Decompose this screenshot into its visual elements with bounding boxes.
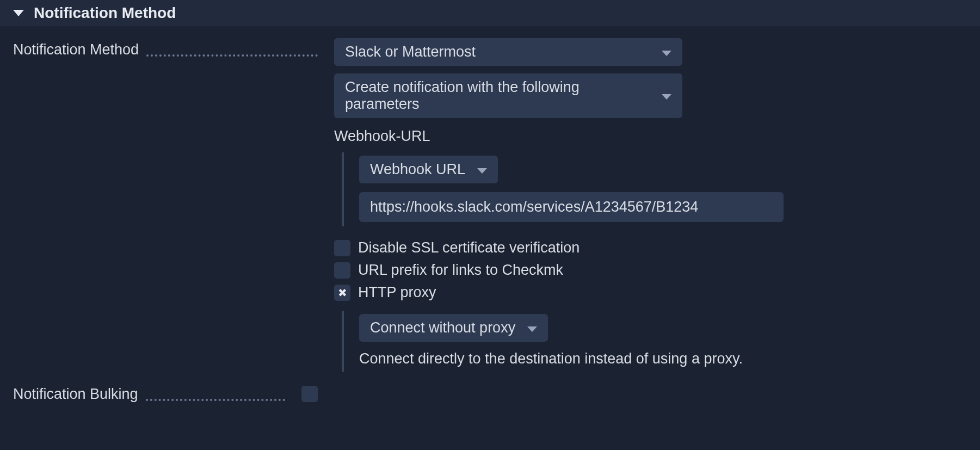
option-http-proxy-label: HTTP proxy xyxy=(358,284,436,301)
proxy-select[interactable]: Connect without proxy xyxy=(359,314,548,342)
bulking-checkbox[interactable] xyxy=(301,386,318,402)
notification-method-label: Notification Method xyxy=(13,41,139,58)
dots-filler xyxy=(146,399,285,401)
notification-mode-select[interactable]: Create notification with the following p… xyxy=(334,73,682,118)
section-title: Notification Method xyxy=(34,4,176,22)
notification-bulking-label: Notification Bulking xyxy=(13,386,138,403)
webhook-type-select[interactable]: Webhook URL xyxy=(359,156,498,183)
webhook-section-label: Webhook-URL xyxy=(334,128,967,145)
checkbox-unchecked-icon[interactable] xyxy=(334,240,350,256)
webhook-url-input[interactable] xyxy=(359,192,784,222)
chevron-down-icon xyxy=(662,51,671,56)
proxy-indent-block: Connect without proxy Connect directly t… xyxy=(342,311,967,372)
checkbox-unchecked-icon[interactable] xyxy=(334,262,350,279)
option-disable-ssl[interactable]: Disable SSL certificate verification xyxy=(334,239,967,256)
option-http-proxy[interactable]: HTTP proxy xyxy=(334,284,967,301)
input-col: Slack or Mattermost Create notification … xyxy=(334,38,967,372)
proxy-help-text: Connect directly to the destination inst… xyxy=(359,350,967,367)
collapse-caret-icon xyxy=(13,10,24,16)
row-notification-bulking: Notification Bulking xyxy=(13,383,967,406)
webhook-type-value: Webhook URL xyxy=(370,161,465,178)
notification-method-value: Slack or Mattermost xyxy=(345,44,476,60)
checkbox-checked-icon[interactable] xyxy=(334,285,350,301)
proxy-value: Connect without proxy xyxy=(370,319,515,336)
chevron-down-icon xyxy=(527,326,537,332)
section-header[interactable]: Notification Method xyxy=(0,0,980,26)
notification-mode-value: Create notification with the following p… xyxy=(345,79,650,113)
chevron-down-icon xyxy=(477,168,487,174)
chevron-down-icon xyxy=(662,94,671,100)
bulking-checkbox-wrap xyxy=(301,383,318,406)
form-body: Notification Method Slack or Mattermost … xyxy=(0,26,980,426)
label-col: Notification Bulking xyxy=(13,383,301,403)
notification-method-select[interactable]: Slack or Mattermost xyxy=(334,38,682,66)
row-notification-method: Notification Method Slack or Mattermost … xyxy=(13,38,967,372)
option-disable-ssl-label: Disable SSL certificate verification xyxy=(358,239,580,256)
label-col: Notification Method xyxy=(13,38,334,58)
dots-filler xyxy=(146,54,318,57)
option-url-prefix[interactable]: URL prefix for links to Checkmk xyxy=(334,262,967,279)
option-url-prefix-label: URL prefix for links to Checkmk xyxy=(358,262,563,279)
webhook-indent-block: Webhook URL xyxy=(342,152,967,226)
